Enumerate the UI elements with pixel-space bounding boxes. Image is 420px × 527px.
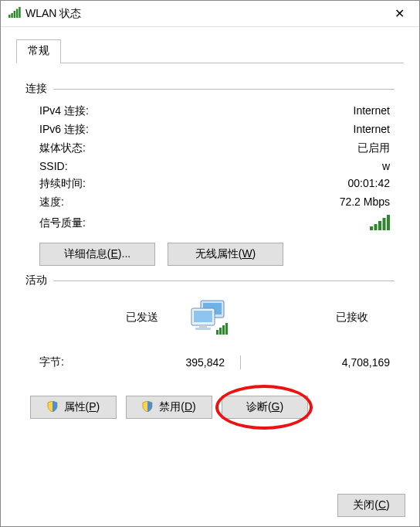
duration-value: 00:01:42 <box>155 177 395 191</box>
activity-visual: 已发送 <box>25 294 395 345</box>
shield-icon <box>47 402 61 414</box>
divider <box>225 355 256 369</box>
row-ipv6: IPv6 连接: Internet <box>25 121 395 139</box>
tab-strip: 常规 <box>16 39 404 63</box>
svg-rect-6 <box>374 224 378 230</box>
svg-rect-8 <box>383 218 386 230</box>
activity-section: 活动 已发送 <box>25 274 395 419</box>
svg-rect-9 <box>387 215 390 230</box>
close-icon[interactable]: ✕ <box>382 2 416 26</box>
svg-rect-5 <box>370 226 373 230</box>
sent-label: 已发送 <box>126 311 158 325</box>
wlan-status-dialog: WLAN 状态 ✕ 常规 连接 IPv4 连接: Internet IPv6 连… <box>0 0 420 527</box>
duration-label: 持续时间: <box>39 177 155 191</box>
group-connection: 连接 <box>25 82 395 96</box>
svg-rect-13 <box>194 311 212 322</box>
speed-value: 72.2 Mbps <box>155 196 395 209</box>
signal-label: 信号质量: <box>39 216 155 230</box>
close-button[interactable]: 关闭(C) <box>337 494 405 517</box>
svg-rect-7 <box>378 221 381 230</box>
client-area: 常规 连接 IPv4 连接: Internet IPv6 连接: Interne… <box>1 27 419 526</box>
tab-general[interactable]: 常规 <box>16 39 61 63</box>
svg-rect-14 <box>199 325 207 328</box>
svg-rect-3 <box>16 9 19 19</box>
details-button[interactable]: 详细信息(E)... <box>39 243 155 266</box>
diagnose-button[interactable]: 诊断(G) <box>222 396 308 419</box>
svg-rect-17 <box>219 328 222 335</box>
ssid-value: w <box>155 160 395 172</box>
svg-rect-18 <box>222 325 225 335</box>
svg-rect-15 <box>195 328 211 330</box>
row-duration: 持续时间: 00:01:42 <box>25 175 395 193</box>
titlebar: WLAN 状态 ✕ <box>1 1 419 27</box>
row-bytes: 字节: 395,842 4,708,169 <box>25 348 395 374</box>
ipv4-label: IPv4 连接: <box>39 104 155 118</box>
svg-rect-16 <box>216 330 218 335</box>
ipv6-value: Internet <box>155 123 395 137</box>
svg-rect-19 <box>225 323 228 335</box>
bytes-received-value: 4,708,169 <box>256 356 395 369</box>
group-activity: 活动 <box>25 274 395 287</box>
disable-button[interactable]: 禁用(D) <box>126 396 212 419</box>
row-speed: 速度: 72.2 Mbps <box>25 193 395 212</box>
signal-bars-icon <box>155 215 395 230</box>
ipv4-value: Internet <box>155 104 395 118</box>
tab-body: 连接 IPv4 连接: Internet IPv6 连接: Internet 媒… <box>10 63 410 496</box>
group-connection-label: 连接 <box>25 82 47 96</box>
bytes-label: 字节: <box>39 355 132 369</box>
svg-rect-4 <box>19 7 21 18</box>
network-computers-icon <box>188 299 232 340</box>
media-value: 已启用 <box>155 141 395 155</box>
row-ipv4: IPv4 连接: Internet <box>25 102 395 121</box>
row-signal: 信号质量: <box>25 212 395 233</box>
svg-rect-2 <box>14 11 16 18</box>
bytes-sent-value: 395,842 <box>132 356 225 369</box>
connection-buttons: 详细信息(E)... 无线属性(W) <box>39 243 395 266</box>
received-label: 已接收 <box>336 311 368 325</box>
svg-rect-1 <box>11 13 12 18</box>
dialog-footer: 关闭(C) <box>337 494 405 517</box>
divider <box>53 280 395 281</box>
window-title: WLAN 状态 <box>25 7 382 21</box>
media-label: 媒体状态: <box>39 141 155 155</box>
activity-buttons: 属性(P) 禁用(D) 诊断(G) <box>30 396 395 419</box>
signal-bars-icon <box>8 7 21 20</box>
svg-rect-0 <box>8 15 11 18</box>
row-media: 媒体状态: 已启用 <box>25 139 395 158</box>
properties-button[interactable]: 属性(P) <box>30 396 117 419</box>
row-ssid: SSID: w <box>25 158 395 175</box>
group-activity-label: 活动 <box>25 274 47 287</box>
divider <box>53 89 395 90</box>
wireless-properties-button[interactable]: 无线属性(W) <box>168 243 283 266</box>
ipv6-label: IPv6 连接: <box>39 123 155 137</box>
ssid-label: SSID: <box>39 160 155 172</box>
shield-icon <box>142 402 156 414</box>
speed-label: 速度: <box>39 196 155 209</box>
